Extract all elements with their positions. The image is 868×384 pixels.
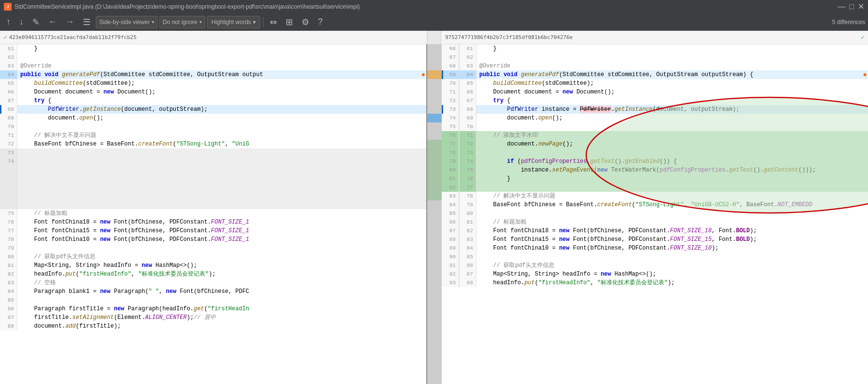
left-code-panel: 61 } 62 63 @Override 64 public void gene… (0, 44, 427, 384)
table-row: 74 (0, 157, 426, 166)
table-row: 81 76 } (442, 174, 868, 183)
table-row: 79 (0, 244, 426, 252)
diff-arrow-marker: ● (421, 70, 425, 79)
table-row: 73 (0, 148, 426, 157)
table-row (0, 192, 426, 200)
table-row: 83 78 // 解决中文不显示问题 (442, 192, 868, 200)
help-button[interactable]: ? (315, 16, 326, 28)
window-controls: — □ ✕ (838, 3, 864, 11)
gutter-marker-3 (427, 140, 442, 200)
table-row: 88 document.add(firstTitle); (0, 322, 426, 331)
table-row: 66 61 } (442, 44, 868, 53)
change-indicator (442, 105, 443, 114)
table-row: 70 65 buildCommittee(stdCommittee); (442, 79, 868, 88)
nav-pencil-button[interactable]: ✎ (29, 16, 43, 28)
nav-back-button[interactable]: ← (45, 16, 60, 28)
table-row (0, 200, 426, 209)
gutter-marker-1 (427, 70, 442, 79)
grid-icon-button[interactable]: ⊞ (282, 16, 296, 28)
table-row: 86 Paragraph firstTitle = new Paragraph(… (0, 305, 426, 313)
table-row: 62 (0, 53, 426, 62)
table-row: 82 headInfo.put("firstHeadInfo", "标准化技术委… (0, 270, 426, 278)
table-row: 86 81 // 标题加粗 (442, 218, 868, 226)
table-row (0, 183, 426, 192)
table-row: 78 Font fontChina10 = new Font(bfChinese… (0, 235, 426, 244)
table-row: 67 62 (442, 53, 868, 62)
title-bar: J StdCommitteeServiceImpl.java (D:\Java\… (0, 0, 868, 13)
right-hash: 975274771986f4b2b7c3f185df081b6bc704276e (445, 34, 573, 40)
table-row: 91 86 // 获取pdf头文件信息 (442, 261, 868, 270)
ignore-label: Do not ignore (163, 19, 197, 26)
nav-menu-button[interactable]: ☰ (79, 16, 94, 28)
right-code-panel: 66 61 } 67 62 68 63 @Override (442, 44, 868, 384)
ignore-dropdown[interactable]: Do not ignore ▾ (159, 16, 205, 28)
table-row: 92 87 Map<String, String> headInfo = new… (442, 270, 868, 278)
viewer-dropdown-arrow: ▾ (152, 19, 154, 25)
ignore-dropdown-arrow: ▾ (199, 19, 202, 25)
table-row: 84 79 BaseFont bfChinese = BaseFont.crea… (442, 200, 868, 209)
change-indicator (0, 105, 1, 114)
table-row: 90 85 (442, 252, 868, 261)
table-row: 70 (0, 122, 426, 131)
table-row: 67 try { (0, 96, 426, 105)
close-button[interactable]: ✕ (858, 3, 864, 11)
table-row: 88 83 Font fontChina15 = new Font(bfChin… (442, 235, 868, 244)
table-row: 72 BaseFont bfChinese = BaseFont.createF… (0, 140, 426, 148)
split-icon-button[interactable]: ⇔ (266, 16, 280, 28)
center-gutter (427, 44, 442, 384)
table-row: 68 PdfWriter.getInstance(document, outpu… (0, 105, 426, 114)
table-row: 83 // 空格 (0, 278, 426, 287)
minimize-button[interactable]: — (838, 3, 845, 11)
table-row: 80 75 instance.setPageEvent(new TextWate… (442, 166, 868, 174)
change-indicator (442, 70, 443, 79)
table-row: 78 73 (442, 148, 868, 157)
right-code-area[interactable]: 66 61 } 67 62 68 63 @Override (442, 44, 868, 384)
table-row: 74 69 document.open(); (442, 114, 868, 122)
table-row: 85 (0, 296, 426, 305)
table-row: 87 82 Font fontChina18 = new Font(bfChin… (442, 226, 868, 235)
table-row (0, 174, 426, 183)
table-row: 93 88 headInfo.put("firstHeadInfo", "标准化… (442, 278, 868, 287)
diff-count: 5 differences (832, 19, 866, 26)
highlight-button[interactable]: Highlight words ▾ (207, 16, 260, 28)
window-title: StdCommitteeServiceImpl.java (D:\Java\Id… (14, 3, 834, 10)
table-row: 63 @Override (0, 62, 426, 70)
table-row: 76 71 // 添加文字水印 (442, 131, 868, 140)
table-row: 65 buildCommittee(stdCommittee); (0, 79, 426, 88)
table-row: 82 77 (442, 183, 868, 192)
nav-down-button[interactable]: ↓ (16, 16, 27, 28)
table-row: 89 84 Font fontChina10 = new Font(bfChin… (442, 244, 868, 252)
left-check-icon: ✓ (4, 34, 7, 40)
settings-icon-button[interactable]: ⚙ (298, 16, 313, 28)
table-row: 69 64 public void generatePdf(StdCommitt… (442, 70, 868, 79)
left-hash: 423e0946115773ce21aacfda7dab11b2f79fcb25 (9, 34, 137, 40)
viewer-dropdown[interactable]: Side-by-side viewer ▾ (96, 16, 158, 28)
table-row: 61 } (0, 44, 426, 53)
table-row: 71 // 解决中文不显示问题 (0, 131, 426, 140)
table-row: 69 document.open(); (0, 114, 426, 122)
diff-arrow-marker: ● (863, 70, 867, 79)
table-row: 87 firstTitle.setAlignment(Element.ALIGN… (0, 313, 426, 322)
table-row: 68 63 @Override (442, 62, 868, 70)
table-row: 76 Font fontChina18 = new Font(bfChinese… (0, 218, 426, 226)
table-row: 80 // 获取pdf头文件信息 (0, 252, 426, 261)
right-hash-bar: 975274771986f4b2b7c3f185df081b6bc704276e… (441, 31, 868, 44)
highlight-dropdown-arrow: ▾ (253, 19, 256, 26)
table-row: 77 72 document.newPage(); (442, 140, 868, 148)
nav-up-button[interactable]: ↑ (3, 16, 14, 28)
maximize-button[interactable]: □ (849, 3, 854, 11)
table-row: 77 Font fontChina15 = new Font(bfChinese… (0, 226, 426, 235)
highlight-label: Highlight words (211, 19, 251, 26)
left-hash-bar: ✓ 423e0946115773ce21aacfda7dab11b2f79fcb… (0, 31, 427, 44)
table-row: 64 public void generatePdf(StdCommittee … (0, 70, 426, 79)
left-code-area[interactable]: 61 } 62 63 @Override 64 public void gene… (0, 44, 426, 384)
table-row (0, 166, 426, 174)
right-check-icon: ✓ (861, 34, 864, 40)
table-row: 71 66 Document document = new Document()… (442, 88, 868, 96)
table-row: 73 68 PdfWriter instance = PdfWriter.get… (442, 105, 868, 114)
app-icon: J (4, 3, 12, 11)
table-row: 75 // 标题加粗 (0, 209, 426, 218)
nav-forward-button[interactable]: → (62, 16, 78, 28)
table-row: 72 67 try { (442, 96, 868, 105)
table-row: 66 Document document = new Document(); (0, 88, 426, 96)
